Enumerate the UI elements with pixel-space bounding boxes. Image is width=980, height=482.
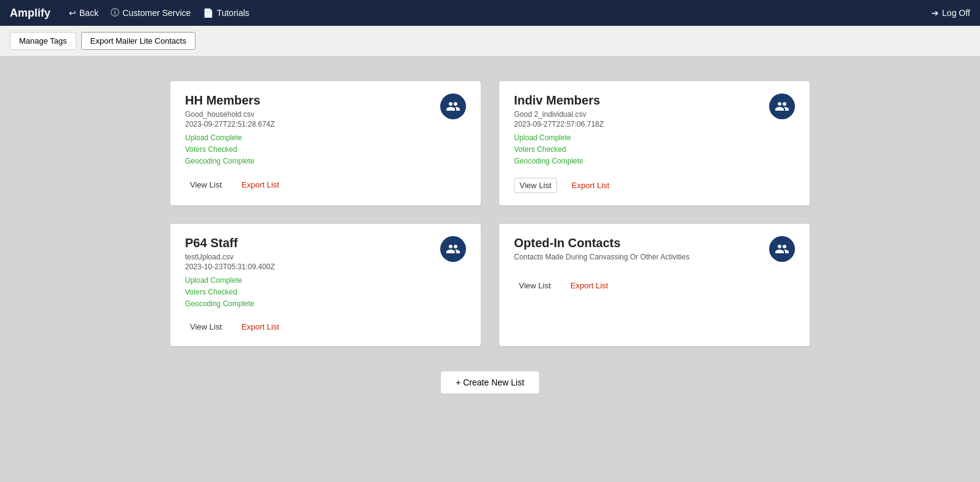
people-icon <box>775 242 789 256</box>
create-new-list-button[interactable]: + Create New List <box>440 371 540 394</box>
card-title: Indiv Members <box>514 93 604 108</box>
card-actions: View List Export List <box>185 178 466 192</box>
card-header: P64 Staff testUpload.csv2023-10-23T05:31… <box>185 236 466 310</box>
card-timestamp: 2023-10-23T05:31:09.400Z <box>185 263 275 271</box>
people-icon <box>446 99 460 114</box>
info-icon: ⓘ <box>111 7 119 18</box>
card-info: Opted-In Contacts Contacts Made During C… <box>514 236 689 269</box>
tutorials-link[interactable]: 📄 Tutorials <box>203 8 249 18</box>
card-actions: View List Export List <box>514 178 795 193</box>
card-title: HH Members <box>185 93 275 108</box>
people-icon <box>446 242 460 256</box>
export-list-button[interactable]: Export List <box>237 320 284 334</box>
card-icon <box>769 236 795 262</box>
card-info: HH Members Good_household.csv2023-09-27T… <box>185 93 275 168</box>
card-info: P64 Staff testUpload.csv2023-10-23T05:31… <box>185 236 275 310</box>
card-description: Contacts Made During Canvassing Or Other… <box>514 253 689 261</box>
manage-tags-button[interactable]: Manage Tags <box>10 32 76 50</box>
card-filename: Good_household.csv <box>185 110 275 119</box>
card-icon <box>440 236 466 262</box>
card-icon <box>769 93 795 119</box>
customer-service-link[interactable]: ⓘ Customer Service <box>111 7 191 18</box>
top-nav: Amplify ↩ Back ⓘ Customer Service 📄 Tuto… <box>0 0 980 26</box>
view-list-button[interactable]: View List <box>514 279 556 293</box>
card-title: P64 Staff <box>185 236 275 250</box>
card-icon <box>440 93 466 119</box>
card-statuses: Upload CompleteVoters CheckedGeocoding C… <box>185 132 275 168</box>
card-hh-members: HH Members Good_household.csv2023-09-27T… <box>170 81 481 205</box>
card-statuses: Upload CompleteVoters CheckedGeocoding C… <box>514 132 604 168</box>
card-title: Opted-In Contacts <box>514 236 689 250</box>
export-list-button[interactable]: Export List <box>566 279 613 293</box>
card-header: Opted-In Contacts Contacts Made During C… <box>514 236 795 269</box>
export-list-button[interactable]: Export List <box>567 178 614 192</box>
view-list-button[interactable]: View List <box>185 320 227 334</box>
card-opted-in-contacts: Opted-In Contacts Contacts Made During C… <box>499 224 810 347</box>
export-list-button[interactable]: Export List <box>237 178 284 192</box>
card-info: Indiv Members Good 2_individual.csv2023-… <box>514 93 604 168</box>
doc-icon: 📄 <box>203 8 213 18</box>
logoff-icon: ➔ <box>931 8 939 18</box>
card-timestamp: 2023-09-27T22:51:28.674Z <box>185 120 275 128</box>
back-link[interactable]: ↩ Back <box>69 8 98 18</box>
toolbar: Manage Tags Export Mailer Lite Contacts <box>0 26 980 57</box>
create-btn-container: + Create New List <box>12 371 968 394</box>
card-header: Indiv Members Good 2_individual.csv2023-… <box>514 93 795 168</box>
card-statuses: Upload CompleteVoters CheckedGeocoding C… <box>185 275 275 310</box>
card-p64-staff: P64 Staff testUpload.csv2023-10-23T05:31… <box>170 224 481 347</box>
view-list-button[interactable]: View List <box>185 178 227 192</box>
card-actions: View List Export List <box>185 320 466 334</box>
card-header: HH Members Good_household.csv2023-09-27T… <box>185 93 466 168</box>
export-mailer-button[interactable]: Export Mailer Lite Contacts <box>81 32 196 50</box>
card-filename: testUpload.csv <box>185 253 275 261</box>
card-indiv-members: Indiv Members Good 2_individual.csv2023-… <box>499 81 810 205</box>
back-arrow-icon: ↩ <box>69 8 76 18</box>
cards-grid: HH Members Good_household.csv2023-09-27T… <box>121 81 859 346</box>
card-filename: Good 2_individual.csv <box>514 110 604 119</box>
logo: Amplify <box>10 7 50 20</box>
logoff-link[interactable]: ➔ Log Off <box>931 8 970 18</box>
people-icon <box>775 99 789 114</box>
main-content: HH Members Good_household.csv2023-09-27T… <box>0 57 980 482</box>
card-timestamp: 2023-09-27T22:57:06.718Z <box>514 120 604 128</box>
card-actions: View List Export List <box>514 279 795 293</box>
view-list-button[interactable]: View List <box>514 178 557 193</box>
